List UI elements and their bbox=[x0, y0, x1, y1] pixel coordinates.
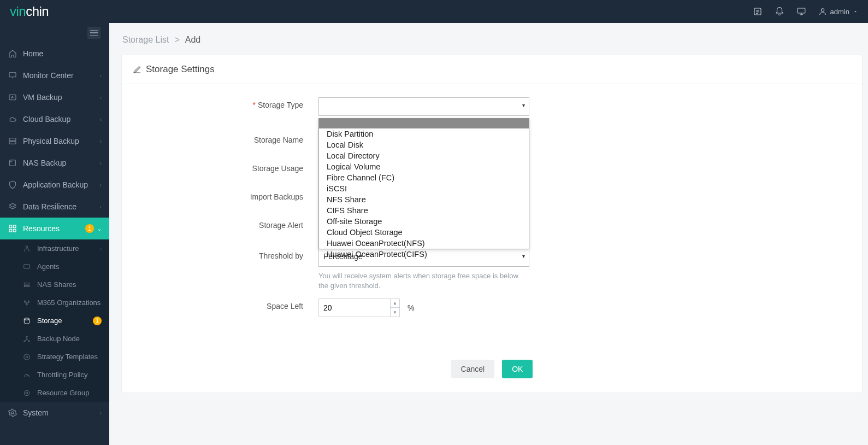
svg-point-33 bbox=[26, 392, 28, 394]
gauge-icon bbox=[22, 371, 32, 379]
sidebar-subnav-resources: Infrastructure ‹ Agents NAS Shares M365 … bbox=[0, 239, 109, 402]
sidebar-item-physical-backup[interactable]: Physical Backup ‹ bbox=[0, 130, 109, 152]
storage-type-select[interactable] bbox=[318, 97, 529, 116]
sidebar-label: VM Backup bbox=[23, 93, 100, 102]
svg-point-28 bbox=[24, 340, 25, 341]
sidebar-sub-m365[interactable]: M365 Organizations bbox=[0, 294, 109, 312]
sidebar-item-data-resilience[interactable]: Data Resilience ‹ bbox=[0, 196, 109, 218]
dropdown-option[interactable]: Huawei OceanProtect(NFS) bbox=[319, 238, 529, 249]
panel-header: Storage Settings bbox=[122, 55, 862, 84]
svg-point-35 bbox=[11, 412, 14, 414]
space-left-unit: % bbox=[408, 303, 414, 312]
sidebar-sub-strategy-templates[interactable]: Strategy Templates bbox=[0, 348, 109, 366]
sidebar-label: System bbox=[23, 408, 100, 417]
cancel-button[interactable]: Cancel bbox=[451, 360, 495, 378]
sidebar-label: Throttling Policy bbox=[37, 371, 102, 379]
svg-rect-8 bbox=[9, 73, 16, 77]
sidebar-label: Strategy Templates bbox=[37, 353, 102, 361]
svg-point-30 bbox=[24, 354, 30, 360]
dropdown-option[interactable]: Local Directory bbox=[319, 150, 529, 161]
bell-icon[interactable] bbox=[775, 7, 784, 16]
nas-shares-icon bbox=[22, 281, 32, 289]
nas-icon bbox=[8, 159, 17, 167]
dropdown-option[interactable]: Off-site Storage bbox=[319, 216, 529, 227]
sidebar-item-resources[interactable]: Resources 1 ⌄ bbox=[0, 218, 109, 239]
sidebar-label: Physical Backup bbox=[23, 137, 100, 145]
dropdown-option[interactable]: Huawei OceanProtect(CIFS) bbox=[319, 249, 529, 260]
sidebar-item-nas-backup[interactable]: NAS Backup ‹ bbox=[0, 152, 109, 174]
svg-rect-13 bbox=[10, 160, 16, 166]
chevron-left-icon: ‹ bbox=[100, 204, 102, 210]
sidebar-item-application-backup[interactable]: Application Backup ‹ bbox=[0, 174, 109, 196]
sidebar-item-home[interactable]: Home bbox=[0, 43, 109, 65]
sidebar-sub-nas-shares[interactable]: NAS Shares bbox=[0, 276, 109, 294]
breadcrumb: Storage List > Add bbox=[122, 35, 863, 45]
svg-rect-16 bbox=[13, 225, 16, 228]
monitor-icon[interactable] bbox=[796, 7, 806, 16]
sidebar: Home Monitor Center ‹ VM Backup ‹ Cloud … bbox=[0, 23, 109, 445]
dropdown-option[interactable]: Disk Partition bbox=[319, 128, 529, 139]
svg-rect-20 bbox=[24, 264, 30, 268]
breadcrumb-current: Add bbox=[185, 35, 200, 44]
sidebar-item-monitor-center[interactable]: Monitor Center ‹ bbox=[0, 65, 109, 86]
sidebar-item-cloud-backup[interactable]: Cloud Backup ‹ bbox=[0, 108, 109, 130]
server-icon bbox=[8, 137, 17, 145]
sidebar-label: Application Backup bbox=[23, 180, 100, 189]
sidebar-sub-backup-node[interactable]: Backup Node bbox=[0, 330, 109, 348]
sidebar-label: Cloud Backup bbox=[23, 115, 100, 124]
badge: 1 bbox=[85, 224, 94, 233]
dropdown-option-blank[interactable] bbox=[319, 119, 529, 128]
group-icon bbox=[22, 389, 32, 397]
svg-rect-15 bbox=[9, 225, 12, 228]
dropdown-option[interactable]: CIFS Share bbox=[319, 205, 529, 216]
svg-point-31 bbox=[26, 356, 28, 358]
ok-button[interactable]: OK bbox=[502, 360, 533, 378]
grid-icon bbox=[8, 224, 17, 233]
required-marker: * bbox=[253, 101, 256, 109]
sidebar-sub-storage[interactable]: Storage 1 bbox=[0, 312, 109, 330]
sidebar-item-vm-backup[interactable]: VM Backup ‹ bbox=[0, 86, 109, 108]
list-icon[interactable] bbox=[753, 7, 763, 16]
user-name: admin bbox=[830, 8, 849, 16]
gear-icon bbox=[8, 408, 17, 417]
svg-point-14 bbox=[11, 161, 11, 162]
chevron-left-icon: ‹ bbox=[100, 95, 102, 101]
svg-point-26 bbox=[24, 318, 29, 320]
sidebar-sub-agents[interactable]: Agents bbox=[0, 257, 109, 276]
sidebar-sub-resource-group[interactable]: Resource Group bbox=[0, 384, 109, 402]
chevron-left-icon: ‹ bbox=[100, 160, 102, 166]
dropdown-option[interactable]: Fibre Channel (FC) bbox=[319, 172, 529, 183]
spinner-down-icon[interactable]: ▼ bbox=[391, 308, 399, 317]
row-space-left: Space Left ▲ ▼ % bbox=[144, 298, 840, 317]
user-menu[interactable]: admin bbox=[818, 7, 858, 16]
svg-line-32 bbox=[27, 375, 28, 377]
svg-point-7 bbox=[821, 9, 824, 11]
spinner-up-icon[interactable]: ▲ bbox=[391, 299, 399, 308]
dropdown-option[interactable]: iSCSI bbox=[319, 183, 529, 194]
chevron-left-icon: ‹ bbox=[100, 73, 102, 79]
form: *Storage Type ▾ Disk Partition Local Dis… bbox=[122, 84, 862, 350]
hamburger-icon[interactable] bbox=[87, 27, 101, 39]
label-threshold: Threshold by bbox=[259, 251, 303, 260]
sidebar-item-system[interactable]: System ‹ bbox=[0, 402, 109, 424]
label-storage-usage: Storage Usage bbox=[252, 164, 303, 173]
sidebar-label: Home bbox=[23, 49, 102, 58]
breadcrumb-sep: > bbox=[175, 35, 180, 44]
dropdown-option[interactable]: Cloud Object Storage bbox=[319, 227, 529, 238]
dropdown-option[interactable]: Local Disk bbox=[319, 139, 529, 150]
layers-icon bbox=[8, 202, 17, 211]
space-left-input[interactable] bbox=[319, 299, 390, 317]
svg-rect-12 bbox=[9, 142, 16, 144]
svg-rect-4 bbox=[798, 8, 805, 13]
row-storage-type: *Storage Type ▾ Disk Partition Local Dis… bbox=[144, 97, 840, 116]
sidebar-sub-throttling[interactable]: Throttling Policy bbox=[0, 366, 109, 384]
dropdown-option[interactable]: NFS Share bbox=[319, 194, 529, 205]
chevron-down-icon bbox=[853, 9, 858, 14]
svg-rect-17 bbox=[9, 229, 12, 232]
svg-point-27 bbox=[26, 336, 27, 337]
breadcrumb-parent[interactable]: Storage List bbox=[122, 35, 169, 44]
dropdown-option[interactable]: Logical Volume bbox=[319, 161, 529, 172]
main-content: Storage List > Add Storage Settings *Sto… bbox=[109, 23, 868, 445]
sidebar-sub-infrastructure[interactable]: Infrastructure ‹ bbox=[0, 239, 109, 257]
svg-point-34 bbox=[24, 390, 29, 395]
